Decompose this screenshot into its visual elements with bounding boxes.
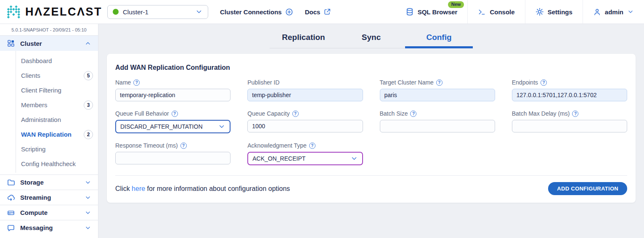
tab-config[interactable]: Config (405, 33, 473, 48)
queue-capacity-input[interactable] (247, 120, 363, 132)
chevron-up-icon (85, 40, 91, 47)
brand-wordmark: HΛZELCΛST (25, 5, 102, 19)
sidebar-item-clients[interactable]: Clients 5 (0, 68, 98, 83)
name-input[interactable] (115, 89, 231, 101)
sidebar: 5.0.1-SNAPSHOT - 20/09/21 - 05:10 Cluste… (0, 24, 98, 238)
field-endpoints: Endpoints ? (512, 79, 627, 101)
target-cluster-name-input[interactable] (380, 89, 495, 101)
help-icon[interactable]: ? (180, 143, 187, 149)
here-link[interactable]: here (132, 185, 145, 192)
sidebar-item-administration[interactable]: Administration (0, 112, 98, 127)
settings-button[interactable]: Settings (525, 0, 583, 24)
batch-size-input[interactable] (380, 120, 495, 132)
sidebar-item-wan-replication[interactable]: WAN Replication 2 (0, 127, 98, 142)
sql-browser-button[interactable]: New SQL Browser (395, 0, 468, 24)
add-configuration-button[interactable]: ADD CONFIGURATION (548, 182, 627, 195)
help-icon[interactable]: ? (133, 79, 140, 86)
batch-max-delay-input[interactable] (512, 120, 627, 132)
chevron-down-icon (350, 155, 358, 162)
sidebar-section-cluster[interactable]: Cluster (0, 36, 98, 51)
docs-link[interactable]: Docs (305, 8, 331, 16)
top-bar: HΛZELCΛST Cluster-1 Cluster Connections … (0, 0, 644, 24)
add-wan-config-card: Add WAN Replication Configuration Name ?… (107, 54, 636, 203)
help-icon[interactable]: ? (436, 79, 443, 86)
field-name: Name ? (115, 79, 231, 101)
endpoints-input[interactable] (512, 89, 627, 101)
folder-icon (7, 178, 15, 187)
cluster-subnav: Dashboard Clients 5 Client Filtering Mem… (0, 51, 98, 175)
chat-bubble-icon (7, 224, 15, 232)
response-timeout-input[interactable] (115, 152, 231, 164)
publisher-id-input[interactable] (247, 89, 363, 101)
tab-sync[interactable]: Sync (337, 33, 405, 48)
database-icon (405, 8, 414, 16)
cluster-grid-icon (7, 39, 15, 48)
external-link-icon (323, 8, 331, 16)
field-queue-capacity: Queue Capacity ? (247, 110, 363, 133)
top-bar-actions: New SQL Browser Console Settings admin (395, 0, 644, 24)
sidebar-item-scripting[interactable]: Scripting (0, 142, 98, 156)
sidebar-section-messaging[interactable]: Messaging (0, 220, 98, 235)
count-badge: 5 (84, 71, 93, 80)
wan-tabs: Replication Sync Config (98, 33, 644, 48)
sidebar-section-storage[interactable]: Storage (0, 175, 98, 190)
card-footer: Click here for more information about co… (115, 182, 627, 195)
field-response-timeout: Response Timeout (ms) ? (115, 142, 231, 165)
chevron-down-icon (85, 209, 91, 216)
chevron-down-icon (627, 8, 634, 15)
help-icon[interactable]: ? (292, 111, 299, 117)
help-icon[interactable]: ? (172, 111, 178, 117)
field-acknowledgment-type: Acknowledgment Type ? ACK_ON_RECEIPT (247, 142, 363, 165)
sidebar-item-config-healthcheck[interactable]: Config Healthcheck (0, 156, 98, 171)
hazelcast-logo-icon (7, 5, 21, 19)
main-content: Replication Sync Config Add WAN Replicat… (98, 24, 644, 238)
hazelcast-logo: HΛZELCΛST (0, 0, 107, 24)
cluster-selector-value: Cluster-1 (123, 8, 148, 16)
more-info-text: Click here for more information about co… (115, 185, 290, 193)
compute-drive-icon (7, 209, 15, 217)
card-title: Add WAN Replication Configuration (115, 64, 627, 71)
version-label: 5.0.1-SNAPSHOT - 20/09/21 - 05:10 (0, 24, 98, 36)
help-icon[interactable]: ? (410, 111, 416, 117)
sidebar-section-streaming[interactable]: Streaming (0, 190, 98, 205)
field-publisher-id: Publisher ID (247, 79, 363, 101)
chevron-down-icon (85, 179, 91, 186)
count-badge: 2 (84, 130, 93, 139)
help-icon[interactable]: ? (541, 79, 547, 86)
new-badge: New (448, 1, 464, 8)
chevron-down-icon (195, 8, 203, 16)
cluster-status-dot (113, 9, 119, 15)
queue-full-behavior-select[interactable]: DISCARD_AFTER_MUTATION (115, 120, 231, 133)
card-divider (115, 175, 627, 176)
sidebar-item-members[interactable]: Members 3 (0, 98, 98, 112)
field-batch-size: Batch Size ? (380, 110, 495, 133)
field-target-cluster-name: Target Cluster Name ? (380, 79, 495, 101)
gear-icon (535, 8, 544, 16)
help-icon[interactable]: ? (572, 111, 578, 117)
chevron-down-icon (85, 225, 91, 231)
help-icon[interactable]: ? (309, 143, 315, 149)
user-icon (593, 8, 601, 16)
terminal-icon (478, 8, 486, 16)
field-batch-max-delay: Batch Max Delay (ms) ? (512, 110, 627, 133)
chevron-down-icon (218, 123, 225, 130)
tab-replication[interactable]: Replication (270, 33, 337, 48)
field-queue-full-behavior: Queue Full Behavior ? DISCARD_AFTER_MUTA… (115, 110, 231, 133)
acknowledgment-type-select[interactable]: ACK_ON_RECEIPT (247, 152, 363, 165)
chevron-down-icon (85, 194, 91, 201)
cluster-selector-dropdown[interactable]: Cluster-1 (107, 5, 208, 19)
user-menu[interactable]: admin (583, 0, 644, 24)
cluster-connections-link[interactable]: Cluster Connections (220, 8, 293, 16)
cloud-streaming-icon (7, 193, 15, 202)
circle-plus-icon (285, 8, 293, 16)
wan-config-form: Name ? Publisher ID Target Cluster Name … (115, 79, 627, 165)
count-badge: 3 (84, 100, 93, 110)
console-button[interactable]: Console (467, 0, 525, 24)
sidebar-item-client-filtering[interactable]: Client Filtering (0, 83, 98, 98)
sidebar-item-dashboard[interactable]: Dashboard (0, 53, 98, 68)
sidebar-section-compute[interactable]: Compute (0, 205, 98, 220)
